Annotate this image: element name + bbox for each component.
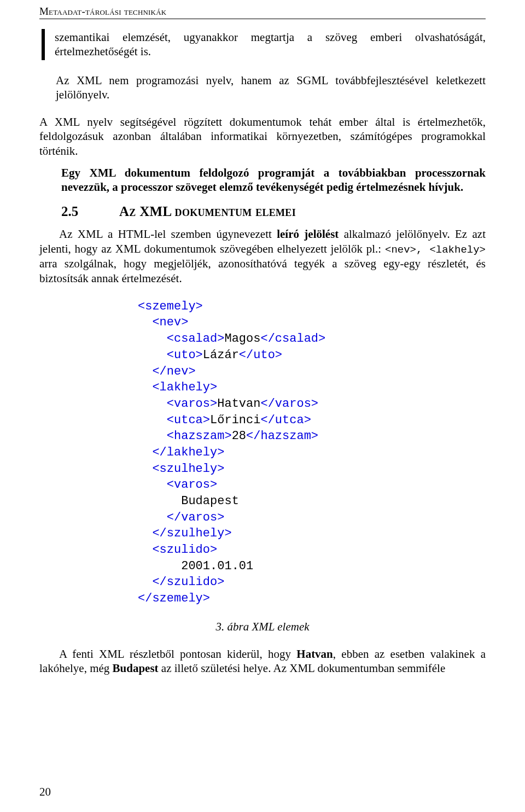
code-tag: <lakhely> — [152, 381, 217, 394]
code-tag: <varos> — [167, 397, 217, 411]
code-indent — [138, 511, 167, 524]
body-paragraph-2: Az XML a HTML-lel szemben úgynevezett le… — [39, 227, 486, 285]
code-text: Magos — [224, 332, 260, 346]
code-indent — [138, 478, 167, 492]
bold-span: Budapest — [113, 662, 159, 675]
body-paragraph-1: A XML nyelv segítségével rögzített dokum… — [39, 115, 486, 158]
code-indent — [138, 575, 152, 589]
code-tag: <nev> — [152, 316, 188, 329]
section-heading: 2.5 Az XML dokumentum elemei — [39, 204, 486, 219]
page-number: 20 — [39, 785, 51, 799]
code-tag: <szulhely> — [152, 462, 224, 476]
code-tag: <csalad> — [167, 332, 225, 346]
code-indent — [138, 316, 152, 329]
code-tag: </lakhely> — [152, 446, 224, 459]
code-indent — [138, 446, 152, 459]
code-text: Lázár — [203, 348, 239, 362]
text-span: Az XML a HTML-lel szemben úgynevezett — [59, 227, 277, 241]
xml-code-block: <szemely> <nev> <csalad>Magos</csalad> <… — [138, 299, 486, 607]
heading-number: 2.5 — [39, 204, 119, 219]
code-indent — [138, 429, 167, 443]
code-indent — [138, 413, 167, 427]
code-indent — [138, 462, 152, 476]
callout-indent-block: Az XML nem programozási nyelv, hanem az … — [42, 72, 486, 103]
code-indent — [138, 527, 152, 540]
callout-bar-block: szemantikai elemzését, ugyanakkor megtar… — [42, 29, 486, 60]
code-tag: </szemely> — [138, 592, 210, 605]
code-tag: <varos> — [167, 478, 217, 492]
code-tag: </csalad> — [260, 332, 325, 346]
inline-code: <lakhely> — [429, 244, 486, 256]
code-tag: </nev> — [152, 365, 195, 378]
code-text: 2001.01.01 — [181, 559, 253, 573]
code-indent — [138, 381, 152, 394]
code-tag: <hazszam> — [167, 429, 232, 443]
text-span: arra szolgálnak, hogy megjelöljék, azono… — [39, 257, 486, 284]
inline-code: <nev> — [385, 244, 416, 256]
running-head: Metaadat-tárolási technikák — [39, 5, 486, 19]
code-tag: </uto> — [239, 348, 282, 362]
code-indent — [138, 332, 167, 346]
code-tag: </szulido> — [152, 575, 224, 589]
bold-span: Hatvan — [296, 647, 333, 661]
page-content: Metaadat-tárolási technikák szemantikai … — [0, 0, 525, 675]
figure-caption: 3. ábra XML elemek — [39, 620, 486, 634]
code-tag: <uto> — [167, 348, 203, 362]
code-tag: </utca> — [260, 413, 311, 427]
code-indent — [138, 543, 152, 557]
body-paragraph-bold: Egy XML dokumentum feldolgozó programját… — [39, 166, 486, 195]
code-text: Budapest — [181, 494, 239, 508]
code-tag: </szulhely> — [152, 527, 231, 540]
code-tag: </varos> — [260, 397, 318, 411]
heading-title: Az XML dokumentum elemei — [119, 204, 296, 219]
inline-code-sep: , — [416, 244, 429, 256]
code-tag: <utca> — [167, 413, 210, 427]
code-indent — [138, 397, 167, 411]
code-indent — [138, 365, 152, 378]
code-tag: <szulido> — [152, 543, 217, 557]
code-tag: <szemely> — [138, 300, 203, 313]
code-indent — [138, 348, 167, 362]
code-tag: </varos> — [167, 511, 225, 524]
code-indent — [138, 494, 181, 508]
code-text: Hatvan — [217, 397, 260, 411]
bold-span: leíró jelölést — [277, 227, 339, 241]
code-text: Lőrinci — [210, 413, 260, 427]
code-tag: </hazszam> — [246, 429, 318, 443]
body-paragraph-3: A fenti XML részletből pontosan kiderül,… — [39, 647, 486, 676]
text-span: A fenti XML részletből pontosan kiderül,… — [59, 647, 296, 661]
code-indent — [138, 559, 181, 573]
code-text: 28 — [232, 429, 246, 443]
text-span: az illető születési helye. Az XML dokume… — [159, 662, 446, 675]
